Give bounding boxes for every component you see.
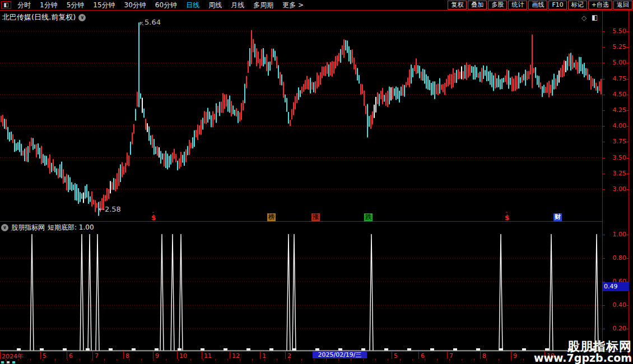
- minor-tick: [425, 359, 425, 361]
- toolbar-button-画线[interactable]: 画线: [528, 1, 547, 10]
- watermark-name: 股朋指标网: [534, 340, 632, 353]
- month-tick: [418, 352, 419, 359]
- price-tick-label: 5.50: [604, 27, 626, 35]
- dollar-badge[interactable]: $ˆ: [151, 214, 156, 221]
- menu-item-15分钟[interactable]: 15分钟: [89, 1, 119, 10]
- indicator-tick-label: 0.40: [604, 301, 626, 309]
- price-tick-label: 4.50: [604, 91, 626, 98]
- indicator-name-value: 短期底部: 1.00: [48, 223, 94, 232]
- minor-tick: [449, 359, 450, 361]
- month-tick: [285, 352, 286, 359]
- minor-tick: [43, 359, 43, 361]
- price-tick-label: 3.25: [604, 170, 626, 177]
- minor-tick: [301, 359, 302, 361]
- minor-tick: [375, 359, 376, 361]
- window-icon[interactable]: ◧: [592, 13, 598, 21]
- month-tick: [40, 352, 41, 359]
- indicator-plot[interactable]: [0, 222, 603, 351]
- toolbar-button-多股[interactable]: 多股: [488, 1, 507, 10]
- main-chart-panel: 北巴传媒(日线.前复权) ∨ ◇ ◧ 5.64 ←2.58: [0, 11, 603, 222]
- minor-tick: [462, 359, 462, 361]
- minor-tick: [153, 359, 154, 361]
- menu-item-周线[interactable]: 周线: [204, 1, 226, 10]
- dollar-badge[interactable]: $ˆ: [505, 214, 509, 221]
- price-tick-label: 4.75: [604, 75, 626, 82]
- period-menu: 分时1分钟5分钟15分钟30分钟60分钟日线周线月线多周期更多 >: [13, 1, 308, 10]
- chevron-down-circle-icon[interactable]: ∨: [1, 224, 8, 231]
- menu-item-日线[interactable]: 日线: [181, 1, 204, 10]
- watermark: 股朋指标网 www.7gpzb.com: [534, 340, 632, 364]
- menu-item-月线[interactable]: 月线: [226, 1, 249, 10]
- minor-tick: [80, 359, 80, 361]
- minor-tick: [6, 359, 6, 361]
- main-chart-title: 北巴传媒(日线.前复权): [2, 12, 76, 22]
- menu-item-5分钟[interactable]: 5分钟: [62, 1, 89, 10]
- toolbar-button-标记[interactable]: 标记: [568, 1, 587, 10]
- menu-item-1分钟[interactable]: 1分钟: [35, 1, 62, 10]
- toolbar-button-返回[interactable]: 返回: [613, 1, 632, 10]
- right-scrollbar[interactable]: [629, 11, 629, 359]
- indicator-cursor-badge: 0.49: [603, 282, 629, 291]
- month-tick: [202, 352, 202, 359]
- minor-tick: [486, 359, 487, 361]
- badge-finance[interactable]: 财: [553, 213, 562, 221]
- minor-tick: [388, 359, 388, 361]
- main-chart-plot[interactable]: [0, 11, 603, 222]
- price-tick-label: 5.00: [604, 59, 626, 66]
- price-tick-label: 5.25: [604, 43, 626, 50]
- minor-tick: [215, 359, 216, 361]
- window-split-icon[interactable]: ◧: [1, 1, 11, 9]
- minor-tick: [92, 359, 92, 361]
- badge-rank[interactable]: 榜: [267, 213, 276, 221]
- minor-tick: [474, 359, 474, 361]
- toolbar-button-统计[interactable]: 统计: [508, 1, 527, 10]
- dollar-hat-icon: ˆ: [152, 211, 155, 218]
- toolbar-button-+自选[interactable]: +自选: [588, 1, 612, 10]
- minor-tick: [400, 359, 401, 361]
- stock-app-window: ◧ 分时1分钟5分钟15分钟30分钟60分钟日线周线月线多周期更多 > 复权叠加…: [0, 0, 633, 364]
- minor-tick: [338, 359, 339, 361]
- minor-tick: [18, 359, 18, 361]
- month-tick: [480, 352, 481, 359]
- minor-tick: [203, 359, 203, 361]
- minor-tick: [499, 359, 499, 361]
- minor-tick: [351, 359, 351, 361]
- watermark-url: www.7gpzb.com: [534, 353, 632, 364]
- minor-tick: [314, 359, 314, 361]
- menu-item-多周期[interactable]: 多周期: [249, 1, 278, 10]
- month-tick: [260, 352, 260, 359]
- minor-tick: [326, 359, 327, 361]
- month-tick: [92, 352, 93, 359]
- toolbar-button-叠加[interactable]: 叠加: [468, 1, 487, 10]
- gadget-badge-row: $ˆ榜涨跌$ˆ财: [0, 213, 603, 222]
- price-tick-label: 4.00: [604, 122, 626, 129]
- month-tick: [0, 352, 1, 359]
- status-remnant: [7, 361, 10, 363]
- main-chart-title-row[interactable]: 北巴传媒(日线.前复权) ∨: [2, 12, 86, 22]
- menu-item-60分钟[interactable]: 60分钟: [151, 1, 181, 10]
- badge-up[interactable]: 涨: [311, 213, 320, 221]
- toolbar-button-F10[interactable]: F10: [548, 1, 566, 10]
- axis-border-line: [602, 11, 603, 359]
- menu-item-更多 >[interactable]: 更多 >: [278, 1, 308, 10]
- badge-down[interactable]: 跌: [364, 213, 373, 221]
- menu-item-分时[interactable]: 分时: [13, 1, 35, 10]
- indicator-header: ∨ 股朋指标网 短期底部: 1.00: [1, 223, 94, 232]
- indicator-tick-label: 0.20: [604, 325, 626, 332]
- dollar-hat-icon: ˆ: [505, 211, 508, 218]
- minor-tick: [363, 359, 364, 361]
- minor-tick: [289, 359, 290, 361]
- minor-tick: [166, 359, 166, 361]
- diamond-icon[interactable]: ◇: [581, 14, 587, 22]
- minor-tick: [511, 359, 511, 361]
- indicator-tick-label: 0.80: [604, 254, 626, 262]
- chevron-down-circle-icon[interactable]: ∨: [78, 14, 86, 21]
- minor-tick: [190, 359, 191, 361]
- menu-item-30分钟[interactable]: 30分钟: [120, 1, 151, 10]
- minor-tick: [412, 359, 413, 361]
- minor-tick: [523, 359, 524, 361]
- toolbar-button-复权[interactable]: 复权: [448, 1, 467, 10]
- status-remnant: [12, 361, 15, 363]
- minor-tick: [240, 359, 240, 361]
- minor-tick: [117, 359, 117, 361]
